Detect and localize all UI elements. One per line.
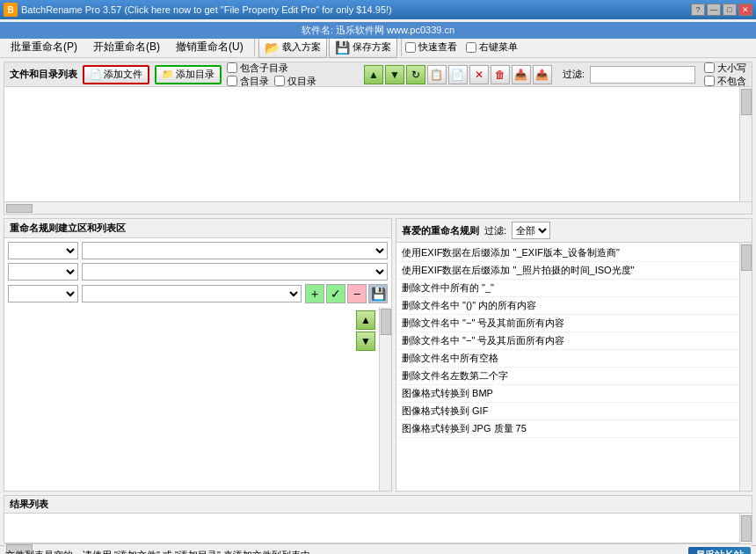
maximize-btn[interactable]: □ bbox=[723, 4, 737, 16]
file-section-label: 文件和目录列表 bbox=[10, 68, 77, 81]
status-message: 文件列表是空的。请使用 "添加文件" 或 "添加目录" 来添加文件到列表中。 bbox=[5, 549, 320, 554]
favorites-content: 使用EXIF数据在后缀添加 "_EXIF版本_设备制造商"使用EXIF数据在后缀… bbox=[396, 243, 752, 491]
favorites-section: 喜爱的重命名规则 过滤: 全部 使用EXIF数据在后缀添加 "_EXIF版本_设… bbox=[396, 218, 752, 492]
rules-section: 重命名规则建立区和列表区 + ✓ bbox=[4, 218, 392, 492]
favorites-header: 喜爱的重命名规则 过滤: 全部 bbox=[396, 219, 752, 243]
rule-row-1 bbox=[8, 242, 388, 259]
copy-btn[interactable]: 📋 bbox=[427, 65, 447, 84]
include-files-checkbox[interactable] bbox=[227, 76, 237, 86]
status-right: 易采站长站 bbox=[688, 547, 751, 554]
rule-action-btns: + ✓ − 💾 bbox=[305, 284, 388, 303]
rules-section-title: 重命名规则建立区和列表区 bbox=[4, 219, 391, 238]
delete-btn[interactable]: ✕ bbox=[469, 65, 489, 84]
toolbar-icons-group: ▲ ▼ ↻ 📋 📄 ✕ 🗑 📥 📤 bbox=[364, 65, 552, 84]
not-include-checkbox[interactable] bbox=[704, 76, 715, 86]
middle-section: 重命名规则建立区和列表区 + ✓ bbox=[4, 218, 752, 492]
context-menu-check[interactable]: 右键菜单 bbox=[466, 40, 518, 54]
export-btn[interactable]: 📤 bbox=[533, 65, 552, 84]
include-files-check[interactable]: 含目录 bbox=[227, 75, 269, 88]
save-icon: 💾 bbox=[335, 40, 350, 55]
fav-filter-dropdown[interactable]: 全部 bbox=[512, 222, 550, 239]
quick-view-check[interactable]: 快速查看 bbox=[405, 40, 457, 54]
title-text: BatchRename Pro 3.57 (Click here now to … bbox=[21, 4, 392, 15]
include-subdir-check[interactable]: 包含子目录 bbox=[227, 62, 316, 75]
paste-btn[interactable]: 📄 bbox=[448, 65, 468, 84]
rule-row-3: + ✓ − 💾 bbox=[8, 284, 388, 303]
results-section: 结果列表 bbox=[4, 495, 752, 543]
favorite-item[interactable]: 图像格式转换到 BMP bbox=[396, 385, 739, 403]
minimize-btn[interactable]: — bbox=[707, 4, 721, 16]
add-file-btn[interactable]: 📄 添加文件 bbox=[83, 65, 149, 84]
move-down-btn[interactable]: ▼ bbox=[385, 65, 404, 84]
favorite-item[interactable]: 图像格式转换到 JPG 质量 75 bbox=[396, 420, 739, 438]
context-menu-checkbox[interactable] bbox=[466, 42, 476, 53]
sep1 bbox=[254, 39, 255, 56]
move-up-btn[interactable]: ▲ bbox=[364, 65, 383, 84]
rule-row-2 bbox=[8, 263, 388, 281]
rule-select-1a[interactable] bbox=[8, 242, 78, 259]
app-icon: B bbox=[4, 3, 18, 17]
favorite-item[interactable]: 删除文件名中所有空格 bbox=[396, 350, 739, 368]
load-scheme-btn[interactable]: 📂 载入方案 bbox=[258, 37, 327, 58]
add-rule-btn[interactable]: + bbox=[305, 284, 324, 303]
file-list-content[interactable] bbox=[4, 87, 739, 201]
results-vscrollbar[interactable] bbox=[739, 514, 752, 543]
rules-vscrollbar[interactable] bbox=[379, 307, 391, 491]
filter-input[interactable] bbox=[590, 66, 695, 84]
sep2 bbox=[401, 39, 402, 56]
title-bar: B BatchRename Pro 3.57 (Click here now t… bbox=[0, 0, 756, 19]
menu-start-rename[interactable]: 开始重命名(B) bbox=[86, 37, 167, 57]
menu-undo-rename[interactable]: 撤销重命名(U) bbox=[169, 37, 251, 57]
file-list-hscrollbar[interactable] bbox=[4, 201, 752, 214]
file-section: 文件和目录列表 📄 添加文件 📁 添加目录 包含子目录 含目录 bbox=[4, 62, 752, 215]
only-dirs-check[interactable]: 仅目录 bbox=[274, 75, 316, 88]
favorite-item[interactable]: 删除文件中所有的 "_" bbox=[396, 280, 739, 297]
include-subdir-checkbox[interactable] bbox=[227, 62, 237, 73]
results-content[interactable] bbox=[4, 514, 739, 543]
file-list-area bbox=[4, 87, 752, 201]
rule-select-2a[interactable] bbox=[8, 263, 78, 281]
help-btn[interactable]: ? bbox=[691, 4, 705, 16]
favorite-item[interactable]: 使用EXIF数据在后缀添加 "_EXIF版本_设备制造商" bbox=[396, 244, 739, 262]
favorite-item[interactable]: 图像格式转换到 GIF bbox=[396, 403, 739, 420]
rule-select-2b[interactable] bbox=[82, 263, 388, 281]
fav-vscrollbar[interactable] bbox=[739, 243, 752, 491]
file-section-header: 文件和目录列表 📄 添加文件 📁 添加目录 包含子目录 含目录 bbox=[4, 62, 752, 87]
rule-up-btn[interactable]: ▲ bbox=[356, 310, 375, 330]
filter-label: 过滤: bbox=[563, 68, 585, 81]
rule-select-1b[interactable] bbox=[82, 242, 388, 259]
folder-icon2: 📁 bbox=[162, 69, 174, 80]
clear-btn[interactable]: 🗑 bbox=[491, 65, 510, 84]
title-bar-left: B BatchRename Pro 3.57 (Click here now t… bbox=[4, 3, 392, 17]
refresh-btn[interactable]: ↻ bbox=[406, 65, 425, 84]
close-btn[interactable]: ✕ bbox=[738, 4, 752, 16]
save-scheme-label: 保存方案 bbox=[353, 40, 391, 54]
menu-rename[interactable]: 批量重命名(P) bbox=[4, 37, 84, 57]
quick-view-checkbox[interactable] bbox=[405, 42, 416, 53]
add-dir-btn[interactable]: 📁 添加目录 bbox=[155, 65, 222, 84]
favorites-list[interactable]: 使用EXIF数据在后缀添加 "_EXIF版本_设备制造商"使用EXIF数据在后缀… bbox=[396, 243, 739, 491]
favorite-item[interactable]: 删除文件名中 "−" 号及其前面所有内容 bbox=[396, 315, 739, 332]
favorite-item[interactable]: 删除文件名中 "()" 内的所有内容 bbox=[396, 297, 739, 315]
rule-down-btn[interactable]: ▼ bbox=[356, 332, 375, 351]
check-rule-btn[interactable]: ✓ bbox=[326, 284, 345, 303]
uppercase-check[interactable]: 大小写 bbox=[704, 62, 746, 75]
favorite-item[interactable]: 删除文件名左数第二个字 bbox=[396, 368, 739, 385]
favorite-item[interactable]: 使用EXIF数据在后缀添加 "_照片拍摄的时间_ISO光度" bbox=[396, 262, 739, 280]
file-list-vscrollbar[interactable] bbox=[739, 87, 752, 201]
favorite-item[interactable]: 删除文件名中 "−" 号及其后面所有内容 bbox=[396, 332, 739, 350]
rule-select-3b[interactable] bbox=[82, 285, 302, 303]
uppercase-checkbox[interactable] bbox=[704, 62, 715, 73]
load-scheme-label: 载入方案 bbox=[282, 40, 321, 54]
remove-rule-btn[interactable]: − bbox=[347, 284, 367, 303]
not-include-check[interactable]: 不包含 bbox=[704, 75, 746, 88]
save-rule-btn[interactable]: 💾 bbox=[368, 284, 388, 303]
main-content: 文件和目录列表 📄 添加文件 📁 添加目录 包含子目录 含目录 bbox=[0, 58, 756, 545]
rules-list-area[interactable] bbox=[4, 307, 353, 491]
rule-select-3a[interactable] bbox=[8, 285, 78, 303]
rules-controls: + ✓ − 💾 bbox=[4, 238, 391, 307]
only-dirs-checkbox[interactable] bbox=[274, 76, 285, 86]
fav-filter-label: 过滤: bbox=[484, 224, 506, 237]
import-btn[interactable]: 📥 bbox=[512, 65, 531, 84]
save-scheme-btn[interactable]: 💾 保存方案 bbox=[329, 37, 397, 58]
